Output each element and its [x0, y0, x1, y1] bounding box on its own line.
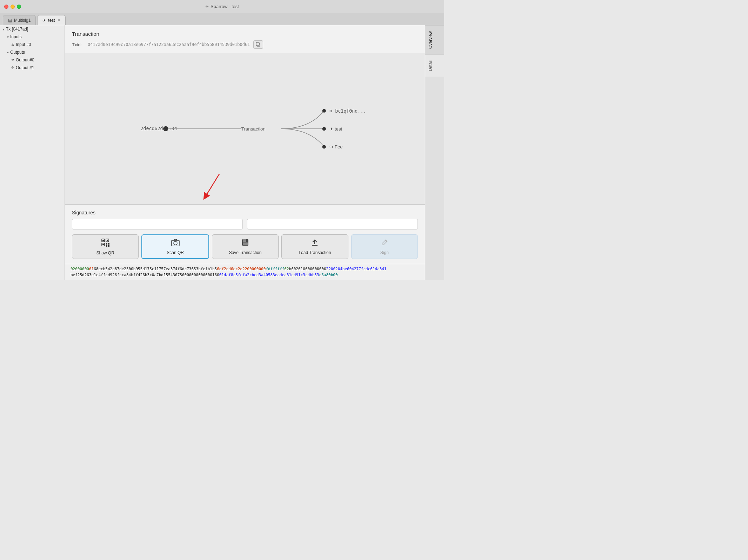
save-transaction-button[interactable]: Save Transaction	[212, 234, 279, 259]
main-content: Transaction Txid: 0417ad0e19c99c70a18e69…	[65, 25, 425, 280]
tab-close-icon[interactable]: ✕	[57, 18, 60, 22]
multisig-tab-label: Multisig1	[14, 18, 31, 23]
txid-label: Txid:	[72, 42, 84, 47]
svg-point-7	[322, 127, 326, 131]
svg-rect-20	[108, 243, 109, 245]
tab-overview[interactable]: Overview	[425, 25, 444, 54]
svg-rect-19	[106, 243, 107, 245]
visualization-container: 2decd62d..:34 Transaction ≋ bc1qf0nq...	[65, 53, 425, 204]
scan-qr-button[interactable]: Scan QR	[141, 234, 209, 259]
svg-rect-14	[102, 240, 104, 241]
traffic-lights	[4, 5, 21, 9]
hex-part-teal-2: d6a80b00	[319, 273, 338, 277]
close-button[interactable]	[4, 5, 8, 9]
hex-part-red-1: 01	[89, 267, 94, 271]
svg-text:≋ bc1qf0nq...: ≋ bc1qf0nq...	[329, 108, 366, 114]
titlebar: ✈ Sparrow - test	[0, 0, 444, 13]
signature-input-1[interactable]	[72, 219, 243, 229]
signature-inputs	[72, 219, 418, 229]
sidebar-item-input0[interactable]: ≋ Input #0	[0, 41, 65, 48]
test-tab-label: test	[48, 18, 55, 23]
sidebar: ▾ Tx [0417ad] ▾ Inputs ≋ Input #0 ▾ Outp…	[0, 25, 65, 280]
svg-line-30	[385, 240, 387, 242]
svg-rect-26	[243, 239, 246, 242]
svg-text:↪ Fee: ↪ Fee	[329, 144, 343, 149]
viz-center-label: Transaction	[241, 126, 266, 132]
hex-part-black-2: b602010000000000	[289, 267, 326, 271]
sign-button[interactable]: Sign	[351, 234, 418, 259]
hex-part-black-3: bef25d263e1c4ffcd926fcca84bff426b3c0a7bd…	[71, 273, 219, 277]
sidebar-output1-label: Output #1	[16, 65, 34, 70]
sidebar-output0-label: Output #0	[16, 58, 34, 62]
save-transaction-label: Save Transaction	[229, 250, 262, 255]
svg-point-24	[174, 241, 177, 245]
minimize-button[interactable]	[11, 5, 15, 9]
sidebar-item-output1[interactable]: ✈ Output #1	[0, 64, 65, 72]
transaction-header: Transaction Txid: 0417ad0e19c99c70a18e69…	[65, 25, 425, 53]
txid-row: Txid: 0417ad0e19c99c70a18e6977f7a122aa63…	[72, 40, 418, 49]
chevron-down-icon: ▾	[7, 35, 9, 39]
tab-multisig1[interactable]: ▤ Multisig1	[3, 15, 36, 25]
signatures-title: Signatures	[72, 210, 418, 215]
hex-line-2: bef25d263e1c4ffcd926fcca84bff426b3c0a7bd…	[71, 272, 419, 278]
camera-icon	[171, 239, 180, 248]
pen-icon	[381, 239, 388, 248]
right-panel: Overview Detail	[425, 25, 444, 280]
input-icon: ≋	[11, 42, 14, 47]
hex-part-blue-1: 2200204be604277fcdc614a341	[326, 267, 387, 271]
svg-rect-27	[243, 242, 248, 245]
sparrow-icon: ✈	[205, 4, 209, 9]
hex-part-blue-2: 014af8c5fefa2cbed3a40583eadea31ed91c3cdb…	[219, 273, 319, 277]
scan-qr-label: Scan QR	[167, 250, 184, 255]
hex-line-1: 020000000168ecb542a87de2500b955d175c1175…	[71, 266, 419, 272]
output1-icon: ✈	[11, 66, 14, 70]
upload-icon	[311, 239, 319, 248]
transaction-title: Transaction	[72, 31, 418, 37]
hex-part-black-1: 68ecb542a87de2500b955d175c11757ea374f6dc…	[94, 267, 217, 271]
sidebar-inputs-label: Inputs	[10, 34, 22, 39]
load-transaction-label: Load Transaction	[299, 250, 331, 255]
svg-rect-16	[107, 240, 108, 241]
svg-point-5	[322, 109, 326, 113]
show-qr-label: Show QR	[96, 251, 114, 255]
main-layout: ▾ Tx [0417ad] ▾ Inputs ≋ Input #0 ▾ Outp…	[0, 25, 444, 280]
save-icon	[241, 239, 249, 248]
hex-display: 020000000168ecb542a87de2500b955d175c1175…	[65, 264, 425, 280]
bottom-section: Signatures	[65, 205, 425, 264]
svg-rect-1	[256, 42, 259, 46]
action-buttons: Show QR Scan QR	[72, 234, 418, 259]
hex-part-green-2: 02	[284, 267, 289, 271]
transaction-graph: 2decd62d..:34 Transaction ≋ bc1qf0nq...	[65, 53, 425, 204]
copy-txid-button[interactable]	[253, 40, 263, 49]
svg-point-9	[322, 145, 326, 148]
show-qr-button[interactable]: Show QR	[72, 234, 139, 259]
sidebar-item-tx-root[interactable]: ▾ Tx [0417ad]	[0, 25, 65, 33]
sign-label: Sign	[380, 250, 389, 255]
load-transaction-button[interactable]: Load Transaction	[281, 234, 348, 259]
chevron-down-icon: ▾	[3, 27, 5, 31]
sidebar-item-output0[interactable]: ≋ Output #0	[0, 56, 65, 64]
sidebar-item-inputs[interactable]: ▾ Inputs	[0, 33, 65, 41]
content-area: Transaction Txid: 0417ad0e19c99c70a18e69…	[65, 25, 444, 280]
hex-part-red-2: 6df2dd6ec2d2200000000	[217, 267, 266, 271]
tabbar: ▤ Multisig1 ✈ test ✕	[0, 13, 444, 25]
window-title: ✈ Sparrow - test	[205, 4, 239, 9]
svg-text:✈ test: ✈ test	[329, 126, 342, 132]
output0-icon: ≋	[11, 58, 14, 62]
signature-input-2[interactable]	[247, 219, 418, 229]
sidebar-outputs-label: Outputs	[10, 50, 25, 55]
tab-detail[interactable]: Detail	[425, 54, 444, 77]
sidebar-item-outputs[interactable]: ▾ Outputs	[0, 48, 65, 56]
hex-part-teal-1: fdffffff	[266, 267, 284, 271]
sidebar-input0-label: Input #0	[16, 42, 31, 47]
svg-rect-21	[106, 245, 107, 247]
tab-test[interactable]: ✈ test ✕	[37, 15, 65, 25]
svg-rect-22	[108, 245, 109, 247]
sidebar-tx-label: Tx [0417ad]	[6, 27, 28, 32]
detail-tab-label: Detail	[428, 60, 433, 71]
maximize-button[interactable]	[17, 5, 21, 9]
copy-icon	[256, 42, 261, 47]
hex-part-green-1: 02000000	[71, 267, 89, 271]
txid-value: 0417ad0e19c99c70a18e6977f7a122aa63ec2aaa…	[88, 42, 250, 47]
multisig-tab-icon: ▤	[8, 18, 12, 23]
